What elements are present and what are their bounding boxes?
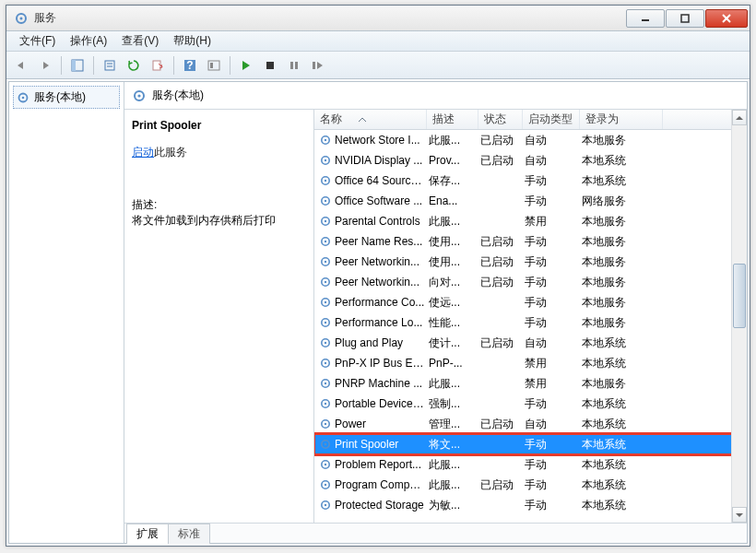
close-button[interactable] xyxy=(705,9,748,28)
back-button[interactable] xyxy=(10,54,32,76)
service-row[interactable]: Portable Device ...强制...手动本地系统 xyxy=(314,394,747,414)
cell-start: 手动 xyxy=(525,396,582,412)
column-headers: 名称 描述 状态 启动类型 登录为 xyxy=(314,110,747,130)
restart-service-button[interactable] xyxy=(307,54,329,76)
cell-desc: 强制... xyxy=(429,396,480,412)
right-pane: 服务(本地) Print Spooler 启动此服务 描述: 将文件加载到内存供… xyxy=(124,82,747,543)
gear-icon xyxy=(318,194,333,208)
cell-logon: 本地服务 xyxy=(582,275,665,290)
service-row[interactable]: Program Compa...此服...已启动手动本地系统 xyxy=(314,475,747,495)
gear-icon xyxy=(318,498,333,512)
scroll-track[interactable] xyxy=(732,125,747,507)
cell-desc: 将文... xyxy=(429,437,480,453)
menu-view[interactable]: 查看(V) xyxy=(114,31,166,51)
cell-start: 手动 xyxy=(525,295,582,311)
console-button[interactable] xyxy=(203,54,225,76)
svg-point-51 xyxy=(325,403,326,405)
cell-logon: 本地系统 xyxy=(582,417,665,432)
menu-action[interactable]: 操作(A) xyxy=(63,31,114,51)
cell-start: 手动 xyxy=(525,457,582,473)
service-row[interactable]: Network Store I...此服...已启动自动本地服务 xyxy=(314,130,747,150)
cell-logon: 本地服务 xyxy=(582,315,665,331)
cell-name: Office 64 Source... xyxy=(335,174,429,187)
service-row[interactable]: Peer Networkin...使用...已启动手动本地服务 xyxy=(314,252,747,272)
col-status[interactable]: 状态 xyxy=(478,110,523,129)
menu-help[interactable]: 帮助(H) xyxy=(166,31,219,51)
cell-desc: Ena... xyxy=(429,194,480,207)
start-service-link[interactable]: 启动 xyxy=(132,146,154,159)
service-row[interactable]: Office 64 Source...保存...手动本地系统 xyxy=(314,171,747,191)
service-row[interactable]: Peer Name Res...使用...已启动手动本地服务 xyxy=(314,231,747,252)
svg-rect-17 xyxy=(290,62,293,69)
cell-name: Parental Controls xyxy=(335,215,429,228)
cell-logon: 本地服务 xyxy=(582,133,665,148)
cell-logon: 本地系统 xyxy=(582,173,665,189)
scroll-up-button[interactable] xyxy=(732,110,747,125)
svg-point-33 xyxy=(325,220,326,222)
refresh-button[interactable] xyxy=(123,54,145,76)
service-rows: Network Store I...此服...已启动自动本地服务NVIDIA D… xyxy=(314,130,747,523)
scroll-thumb[interactable] xyxy=(733,264,746,328)
maximize-button[interactable] xyxy=(666,9,704,28)
help-button[interactable]: ? xyxy=(179,54,201,76)
selected-service-name: Print Spooler xyxy=(132,119,306,132)
service-row[interactable]: Plug and Play使计...已启动自动本地系统 xyxy=(314,333,747,353)
tab-extended[interactable]: 扩展 xyxy=(126,524,169,544)
svg-point-53 xyxy=(325,423,326,425)
show-hide-tree-button[interactable] xyxy=(66,54,89,76)
service-row[interactable]: PNRP Machine ...此服...禁用本地服务 xyxy=(314,373,747,394)
svg-point-45 xyxy=(325,342,326,344)
cell-desc: Prov... xyxy=(429,154,480,167)
scroll-down-button[interactable] xyxy=(732,507,747,523)
service-row[interactable]: Protected Storage为敏...手动本地系统 xyxy=(314,495,747,515)
svg-point-61 xyxy=(325,504,326,506)
pause-service-button[interactable] xyxy=(283,54,305,76)
gear-icon xyxy=(318,417,333,431)
col-name[interactable]: 名称 xyxy=(314,110,427,129)
export-list-button[interactable] xyxy=(147,54,169,76)
titlebar[interactable]: 服务 xyxy=(6,6,750,31)
cell-status: 已启动 xyxy=(480,477,525,493)
col-description[interactable]: 描述 xyxy=(427,110,478,129)
minimize-button[interactable] xyxy=(626,9,665,28)
svg-point-47 xyxy=(325,362,326,364)
vertical-scrollbar[interactable] xyxy=(731,110,747,523)
svg-point-49 xyxy=(325,382,326,384)
svg-rect-16 xyxy=(266,62,274,69)
tree-item-services-local[interactable]: 服务(本地) xyxy=(13,86,120,109)
service-row[interactable]: Performance Co...使远...手动本地服务 xyxy=(314,292,747,312)
service-row[interactable]: PnP-X IP Bus En...PnP-...禁用本地系统 xyxy=(314,353,747,373)
cell-desc: 此服... xyxy=(429,477,480,493)
cell-status: 已启动 xyxy=(480,153,525,169)
service-row[interactable]: Parental Controls此服...禁用本地服务 xyxy=(314,211,747,231)
service-row[interactable]: NVIDIA Display ...Prov...已启动自动本地系统 xyxy=(314,150,747,171)
col-logon-as[interactable]: 登录为 xyxy=(580,110,663,129)
gear-icon xyxy=(318,437,333,452)
svg-point-35 xyxy=(325,241,326,242)
gear-icon xyxy=(318,295,333,310)
col-startup-type[interactable]: 启动类型 xyxy=(523,110,580,129)
service-row[interactable]: Office Software ...Ena...手动网络服务 xyxy=(314,191,747,211)
properties-button[interactable] xyxy=(99,54,121,76)
svg-point-25 xyxy=(325,139,326,141)
gear-icon xyxy=(318,214,333,229)
menu-file[interactable]: 文件(F) xyxy=(12,31,63,51)
svg-point-29 xyxy=(325,180,326,182)
tab-standard[interactable]: 标准 xyxy=(168,524,210,544)
tree-item-label: 服务(本地) xyxy=(34,89,86,105)
service-row[interactable]: Performance Lo...性能...手动本地服务 xyxy=(314,312,747,333)
gear-icon xyxy=(132,88,147,103)
gear-icon xyxy=(318,254,333,269)
forward-button[interactable] xyxy=(34,54,56,76)
svg-point-59 xyxy=(325,484,326,486)
content-area: 服务(本地) 服务(本地) Print Spooler 启动此服务 描述: 将文… xyxy=(8,81,748,544)
service-row[interactable]: Problem Report...此服...手动本地系统 xyxy=(314,454,747,475)
service-row[interactable]: Peer Networkin...向对...已启动手动本地服务 xyxy=(314,272,747,292)
cell-start: 禁用 xyxy=(525,214,582,229)
stop-service-button[interactable] xyxy=(259,54,281,76)
cell-desc: 此服... xyxy=(429,133,480,148)
start-service-button[interactable] xyxy=(235,54,257,76)
service-row[interactable]: Power管理...已启动自动本地系统 xyxy=(314,414,747,434)
service-row[interactable]: Print Spooler将文...手动本地系统 xyxy=(314,434,747,454)
cell-start: 自动 xyxy=(525,417,582,432)
